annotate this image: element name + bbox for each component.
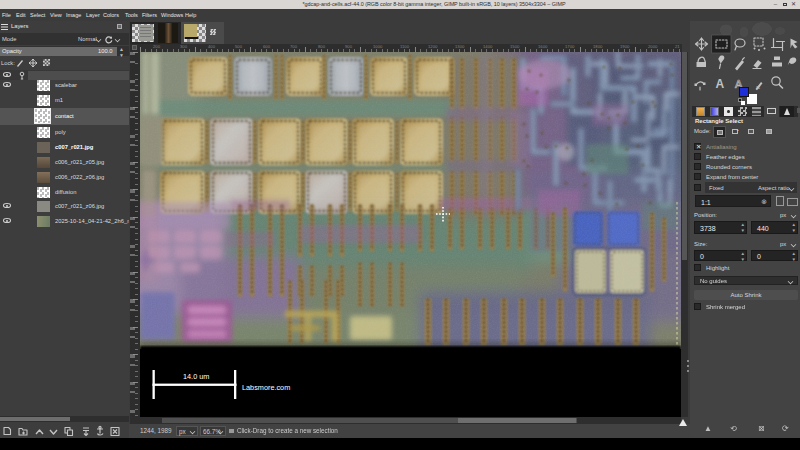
svg-text:A: A — [716, 77, 725, 91]
svg-text:Labsmore.com: Labsmore.com — [242, 383, 290, 392]
svg-text:14.0 um: 14.0 um — [183, 372, 209, 381]
